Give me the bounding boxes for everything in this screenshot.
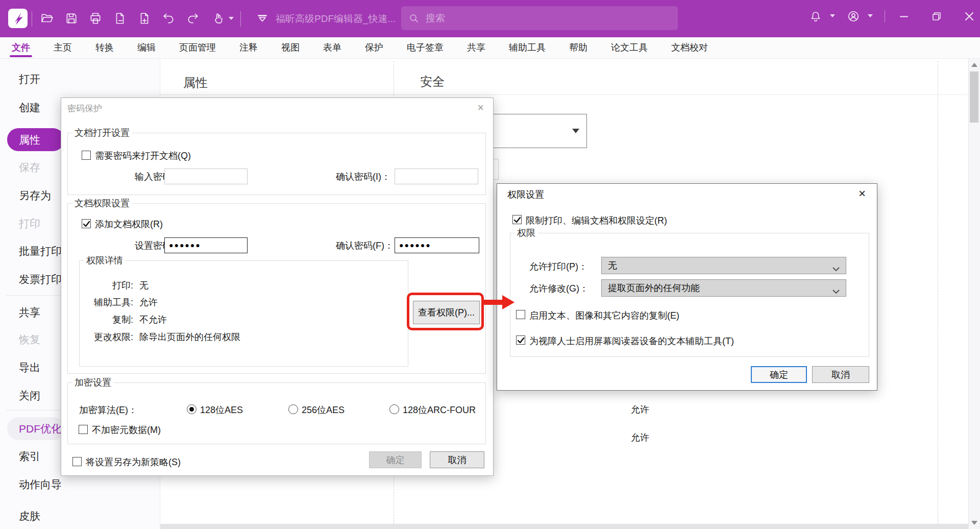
insert-page-icon[interactable]: [135, 9, 154, 28]
search-input[interactable]: [425, 12, 671, 25]
dialog-close-icon[interactable]: ×: [477, 102, 484, 113]
menu-form[interactable]: 表单: [311, 37, 353, 58]
radio-256-aes[interactable]: [288, 404, 298, 414]
sidebar-item-action-wizard[interactable]: 动作向导: [19, 478, 62, 491]
password-protect-dialog: 密码保护 × 文档打开设置 需要密码来打开文档(Q) 输入密码(U)： 确认密码…: [61, 98, 494, 476]
security-value-allow: 允许: [631, 403, 649, 416]
enter-password-input[interactable]: [164, 169, 248, 184]
save-icon[interactable]: [62, 9, 81, 28]
screen-reader-checkbox[interactable]: [516, 335, 525, 345]
page-title-divider: [160, 94, 968, 95]
menu-convert[interactable]: 转换: [84, 37, 126, 58]
menu-proofread[interactable]: 文档校对: [659, 37, 720, 58]
toolbar-divider: [32, 11, 32, 27]
sidebar-item-skin[interactable]: 皮肤: [19, 510, 40, 523]
menu-page-manage[interactable]: 页面管理: [167, 37, 228, 58]
dialog-close-icon[interactable]: ×: [859, 188, 866, 199]
chevron-down-icon: [832, 286, 840, 297]
quick-access-icon[interactable]: [253, 9, 272, 28]
save-as-policy-label: 将设置另存为新策略(S): [86, 456, 181, 468]
cancel-button[interactable]: 取消: [812, 366, 869, 383]
account-caret-icon[interactable]: [868, 14, 873, 17]
sidebar-item-close[interactable]: 关闭: [19, 389, 40, 402]
sidebar-item-properties[interactable]: 属性: [7, 128, 64, 151]
sidebar-item-batch-print[interactable]: 批量打印: [19, 245, 62, 258]
close-icon[interactable]: [960, 7, 978, 26]
set-password-input[interactable]: ●●●●●●: [164, 237, 248, 253]
sidebar-item-share[interactable]: 共享: [19, 306, 40, 319]
encrypt-algo-label: 加密算法(E)：: [79, 404, 137, 416]
menu-share[interactable]: 共享: [455, 37, 497, 58]
dialog-title: 密码保护: [67, 103, 102, 114]
require-password-checkbox[interactable]: [82, 151, 91, 160]
horizontal-scrollbar[interactable]: [160, 524, 968, 529]
account-icon[interactable]: [844, 7, 863, 26]
menu-file[interactable]: 文件: [0, 37, 42, 58]
sidebar-item-print[interactable]: 打印: [19, 217, 40, 230]
bell-icon[interactable]: [806, 7, 825, 26]
dialog-title: 权限设置: [507, 188, 544, 201]
ok-button[interactable]: 确定: [751, 366, 807, 383]
restrict-print-edit-checkbox[interactable]: [512, 215, 522, 224]
menu-edit[interactable]: 编辑: [126, 37, 167, 58]
sidebar-item-open[interactable]: 打开: [19, 73, 40, 86]
detail-row-copy: 复制: 不允许: [88, 314, 167, 326]
redo-icon[interactable]: [184, 9, 202, 28]
print-icon[interactable]: [86, 9, 105, 28]
no-encrypt-metadata-label: 不加密元数据(M): [92, 424, 161, 436]
allow-modify-select[interactable]: 提取页面外的任何功能: [601, 279, 846, 297]
ok-button[interactable]: 确定: [369, 451, 422, 468]
sidebar-item-pdf-optimize[interactable]: PDF优化: [7, 417, 64, 440]
add-permission-label: 添加文档权限(R): [95, 218, 163, 230]
radio-256-aes-label: 256位AES: [302, 404, 345, 416]
menu-comment[interactable]: 注释: [228, 37, 270, 58]
bell-caret-icon[interactable]: [830, 14, 835, 17]
radio-128-aes[interactable]: [187, 404, 197, 414]
scroll-down-icon[interactable]: [971, 521, 977, 525]
undo-icon[interactable]: [159, 9, 178, 28]
sidebar-item-index[interactable]: 索引: [19, 450, 40, 463]
menu-protect[interactable]: 保护: [353, 37, 395, 58]
menu-view[interactable]: 视图: [270, 37, 311, 58]
page-column-divider: [938, 61, 938, 524]
sidebar-item-create[interactable]: 创建: [19, 101, 40, 114]
confirm-perm-password-input[interactable]: ●●●●●●: [395, 237, 479, 253]
open-icon[interactable]: [38, 9, 56, 28]
save-as-policy-checkbox[interactable]: [72, 457, 82, 466]
confirm-password-input[interactable]: [395, 169, 478, 184]
view-permission-button[interactable]: 查看权限(P)...: [413, 301, 480, 324]
allow-print-label: 允许打印(P)：: [529, 260, 587, 273]
scrollbar-thumb[interactable]: [970, 71, 978, 123]
sidebar-item-invoice-print[interactable]: 发票打印: [19, 273, 62, 286]
titlebar-divider: [885, 10, 885, 22]
detail-row-accessibility: 辅助工具: 允许: [88, 296, 158, 308]
allow-print-select[interactable]: 无: [601, 257, 846, 274]
sidebar-item-save-as[interactable]: 另存为: [19, 189, 51, 202]
export-page-icon[interactable]: [111, 9, 129, 28]
no-encrypt-metadata-checkbox[interactable]: [79, 425, 88, 434]
menu-home[interactable]: 主页: [42, 37, 84, 58]
minimize-icon[interactable]: [895, 7, 913, 26]
sidebar-item-revert[interactable]: 恢复: [19, 333, 40, 346]
menu-paper-tools[interactable]: 论文工具: [599, 37, 659, 58]
radio-128-arcfour-label: 128位ARC-FOUR: [403, 404, 476, 416]
restore-icon[interactable]: [927, 7, 946, 26]
cancel-button[interactable]: 取消: [430, 451, 484, 468]
sidebar-item-save[interactable]: 保存: [19, 161, 40, 174]
menu-help[interactable]: 帮助: [557, 37, 599, 58]
hand-tool-icon[interactable]: [209, 9, 228, 28]
radio-128-aes-label: 128位AES: [200, 404, 243, 416]
app-logo[interactable]: [8, 9, 28, 28]
vertical-scrollbar[interactable]: [968, 59, 980, 529]
menu-esign[interactable]: 电子签章: [395, 37, 455, 58]
scroll-up-icon[interactable]: [971, 63, 977, 67]
add-permission-checkbox[interactable]: [82, 219, 91, 228]
detail-row-print: 打印: 无: [88, 279, 149, 292]
menu-accessibility[interactable]: 辅助工具: [497, 37, 557, 58]
sidebar-item-export[interactable]: 导出: [19, 361, 40, 374]
radio-128-arcfour[interactable]: [389, 404, 399, 414]
enable-copy-checkbox[interactable]: [516, 310, 525, 319]
toolbar-divider: [240, 11, 241, 27]
hand-tool-caret-icon[interactable]: [229, 17, 234, 20]
search-box[interactable]: [401, 6, 678, 30]
